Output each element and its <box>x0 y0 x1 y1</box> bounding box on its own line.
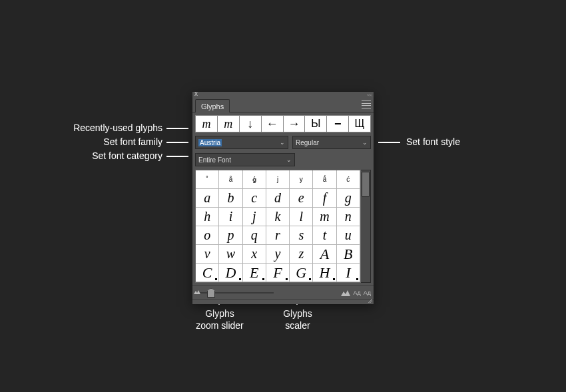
glyph-cell[interactable]: E <box>243 264 266 282</box>
chevron-down-icon: ⌄ <box>278 138 286 146</box>
glyph-cell[interactable]: n <box>337 208 360 226</box>
svg-marker-1 <box>341 290 350 296</box>
glyph-cell[interactable]: z <box>290 245 313 264</box>
glyph-scaler: Aд Aд <box>341 290 371 296</box>
annotation-line <box>166 128 188 129</box>
annotation-line <box>166 142 188 143</box>
panel-tabs: Glyphs <box>192 97 374 112</box>
glyph-cell[interactable]: I <box>337 264 360 282</box>
glyph-cell[interactable]: a <box>196 189 219 208</box>
glyph-cell[interactable]: G <box>290 264 313 282</box>
scrollbar-thumb[interactable] <box>362 172 370 197</box>
glyph-cell[interactable]: ǵ <box>243 170 266 189</box>
annotation-font-style: Set font style <box>406 136 460 148</box>
font-style-select[interactable]: Regular ⌄ <box>292 136 371 149</box>
glyph-cell[interactable]: D <box>219 264 242 282</box>
annotation-line <box>378 142 400 143</box>
recent-glyph[interactable]: ↓ <box>239 115 262 132</box>
close-icon[interactable]: x <box>194 90 198 97</box>
glyph-cell[interactable]: B <box>337 245 360 264</box>
glyph-cell[interactable]: j <box>243 208 266 226</box>
glyph-cell[interactable]: ǻ <box>313 170 336 189</box>
annotation-font-category: Set font category <box>56 150 162 162</box>
panel-titlebar[interactable]: x << <box>192 92 374 97</box>
chevron-down-icon: ⌄ <box>285 156 293 164</box>
annotation-scaler-l2: scaler <box>278 319 318 331</box>
glyph-cell[interactable]: ć <box>337 170 360 189</box>
recent-glyph[interactable]: m <box>217 115 240 132</box>
slider-handle[interactable] <box>207 288 215 297</box>
glyph-cell[interactable]: å <box>219 170 242 189</box>
scale-up-button[interactable]: Aд <box>364 290 371 296</box>
annotation-font-family: Set font family <box>56 136 162 148</box>
glyph-cell[interactable]: ˚ <box>196 170 219 189</box>
glyph-cell[interactable]: y <box>290 170 313 189</box>
glyph-cell[interactable]: v <box>196 245 219 264</box>
glyph-grid: ˚åǵjyǻćabcdefghijklmnopqrstuvwxyzABCDEFG… <box>195 170 361 283</box>
glyph-cell[interactable]: i <box>219 208 242 226</box>
recent-glyph[interactable]: Ы <box>304 115 327 132</box>
annotation-zoom-l2: zoom slider <box>193 319 246 331</box>
glyph-cell[interactable]: H <box>313 264 336 282</box>
chevron-down-icon: ⌄ <box>361 138 369 146</box>
glyph-cell[interactable]: F <box>266 264 290 282</box>
annotation-zoom-l1: Glyphs <box>200 307 240 319</box>
glyph-cell[interactable]: u <box>337 226 360 245</box>
glyph-cell[interactable]: b <box>219 189 242 208</box>
tab-glyphs[interactable]: Glyphs <box>195 99 230 112</box>
panel-resize-grip[interactable] <box>192 299 374 304</box>
recent-glyph[interactable]: − <box>326 115 349 132</box>
font-style-value: Regular <box>296 139 319 146</box>
mountain-small-icon <box>194 289 200 294</box>
glyph-cell[interactable]: k <box>266 208 290 226</box>
font-category-value: Entire Font <box>198 156 231 164</box>
recent-glyph[interactable]: Щ <box>348 115 371 132</box>
scale-down-button[interactable]: Aд <box>353 290 360 296</box>
glyph-cell[interactable]: m <box>313 208 336 226</box>
glyph-cell[interactable]: y <box>266 245 290 264</box>
annotation-line <box>166 156 188 157</box>
glyph-cell[interactable]: r <box>266 226 290 245</box>
panel-menu-icon[interactable] <box>362 100 371 109</box>
recently-used-row: mm↓←→Ы−Щ <box>192 112 374 134</box>
recent-glyph[interactable]: m <box>195 115 218 132</box>
glyph-cell[interactable]: p <box>219 226 242 245</box>
glyph-cell[interactable]: f <box>313 189 336 208</box>
glyph-cell[interactable]: d <box>266 189 290 208</box>
font-selects-row: Austria ⌄ Regular ⌄ <box>192 134 374 151</box>
mountain-large-icon <box>341 290 350 296</box>
glyph-cell[interactable]: j <box>266 170 290 189</box>
glyph-cell[interactable]: o <box>196 226 219 245</box>
glyph-cell[interactable]: s <box>290 226 313 245</box>
glyph-grid-container: ˚åǵjyǻćabcdefghijklmnopqrstuvwxyzABCDEFG… <box>195 170 371 283</box>
recent-glyph[interactable]: → <box>283 115 306 132</box>
annotation-recently-used: Recently-used glyphs <box>56 122 162 134</box>
font-category-row: Entire Font ⌄ <box>192 151 374 168</box>
font-category-select[interactable]: Entire Font ⌄ <box>195 153 295 166</box>
glyph-cell[interactable]: g <box>337 189 360 208</box>
glyph-cell[interactable]: w <box>219 245 242 264</box>
glyph-cell[interactable]: C <box>196 264 219 282</box>
vertical-scrollbar[interactable] <box>361 170 371 283</box>
svg-marker-0 <box>194 290 200 294</box>
glyph-cell[interactable]: l <box>290 208 313 226</box>
glyph-cell[interactable]: t <box>313 226 336 245</box>
zoom-slider[interactable] <box>195 290 275 295</box>
recent-glyph[interactable]: ← <box>261 115 284 132</box>
annotation-scaler-l1: Glyphs <box>278 307 318 319</box>
panel-bottom-bar: Aд Aд <box>192 286 374 299</box>
glyph-cell[interactable]: c <box>243 189 266 208</box>
glyphs-panel: x << Glyphs mm↓←→Ы−Щ Austria ⌄ Regular ⌄… <box>192 92 374 304</box>
font-family-value: Austria <box>198 139 222 146</box>
glyph-cell[interactable]: e <box>290 189 313 208</box>
glyph-cell[interactable]: A <box>313 245 336 264</box>
glyph-cell[interactable]: h <box>196 208 219 226</box>
glyph-cell[interactable]: q <box>243 226 266 245</box>
stage: Recently-used glyphs Set font family Set… <box>0 0 566 392</box>
font-family-select[interactable]: Austria ⌄ <box>195 136 288 149</box>
glyph-cell[interactable]: x <box>243 245 266 264</box>
